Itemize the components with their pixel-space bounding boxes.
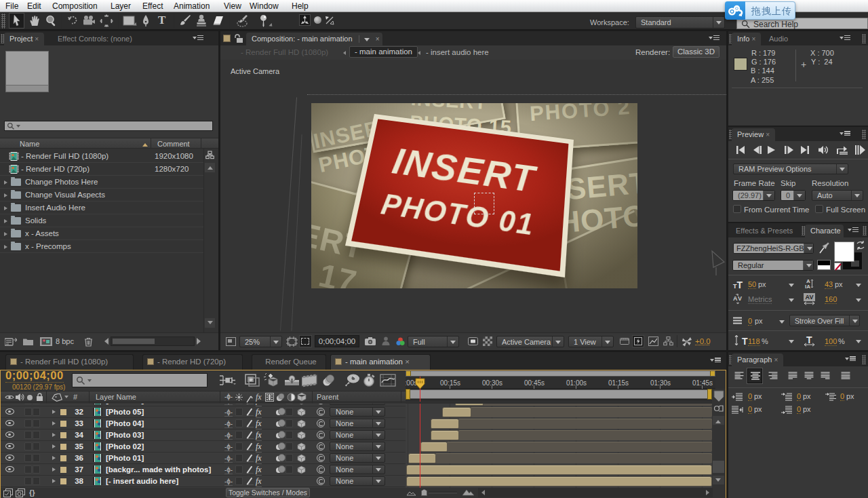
svg-text:IA: IA [805,284,810,289]
svg-text:A: A [733,295,738,302]
svg-text:V: V [738,295,742,302]
